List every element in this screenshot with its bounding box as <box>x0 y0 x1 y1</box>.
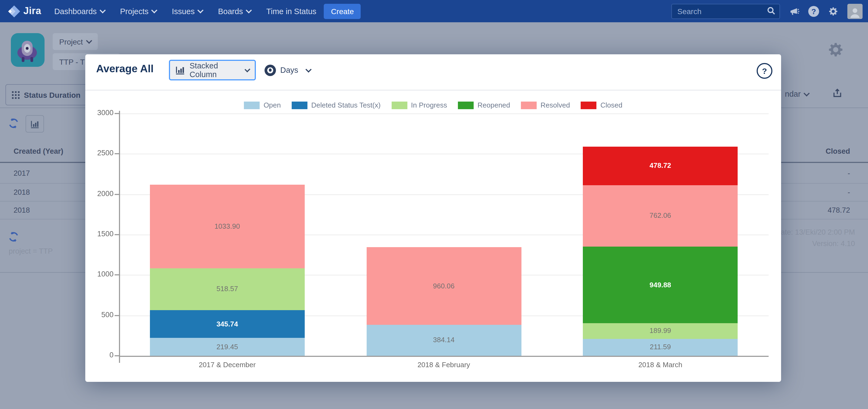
cell-created-year: 2018 <box>13 188 30 196</box>
project-dropdown[interactable]: Project <box>53 33 97 50</box>
bar-value-label: 345.74 <box>150 320 305 328</box>
legend-label: Resolved <box>540 101 570 109</box>
x-axis-label: 2018 & February <box>335 361 552 369</box>
stacked-column-icon <box>176 66 185 74</box>
bar-segment-open[interactable]: 211.59 <box>583 339 738 356</box>
jira-logo-icon <box>8 5 21 18</box>
search-input[interactable] <box>671 3 780 19</box>
chevron-down-icon <box>804 90 810 96</box>
cell-created-year: 2017 <box>13 169 30 177</box>
legend-label: Closed <box>600 101 622 109</box>
nav-item-issues[interactable]: Issues <box>172 7 203 15</box>
bar-value-label: 1033.90 <box>150 222 305 230</box>
y-tick-label: 1000 <box>85 270 114 278</box>
y-tick-mark <box>115 355 119 356</box>
bar-segment-reopened[interactable]: 949.88 <box>583 247 738 323</box>
nav-item-dashboards[interactable]: Dashboards <box>54 7 105 15</box>
y-tick-label: 2500 <box>85 149 114 157</box>
calendar-partial-label: ndar <box>785 90 801 98</box>
cell-closed: - <box>848 169 850 177</box>
chevron-down-icon <box>246 7 252 13</box>
legend-item-reopened[interactable]: Reopened <box>458 101 510 109</box>
y-tick-mark <box>115 153 119 155</box>
bar-value-label: 384.14 <box>366 336 521 344</box>
y-tick-label: 2000 <box>85 189 114 197</box>
x-axis-line <box>119 356 769 357</box>
stacked-column-chart: 050010001500200025003000219.45345.74518.… <box>119 111 769 366</box>
help-icon[interactable]: ? <box>808 6 819 17</box>
gridline <box>120 114 769 114</box>
user-avatar[interactable] <box>847 3 863 19</box>
y-tick-mark <box>115 194 119 195</box>
nav-item-boards[interactable]: Boards <box>218 7 251 15</box>
calendar-dropdown-partial[interactable]: ndar <box>785 90 809 98</box>
project-avatar[interactable] <box>11 33 44 67</box>
project-dropdown-label: Project <box>59 37 83 46</box>
announcements-icon[interactable] <box>789 6 800 17</box>
x-axis-label: 2018 & March <box>552 361 769 369</box>
legend-label: Open <box>264 101 281 109</box>
legend-swatch <box>581 101 597 109</box>
nav-item-time-in-status[interactable]: Time in Status <box>267 7 316 15</box>
bar-segment-in-progress[interactable]: 518.57 <box>150 268 305 310</box>
legend-label: Reopened <box>477 101 510 109</box>
legend-label: Deleted Status Test(x) <box>311 101 380 109</box>
table-header-created-year: Created (Year) <box>13 147 63 155</box>
chart-legend: OpenDeleted Status Test(x)In ProgressReo… <box>85 101 781 109</box>
export-icon[interactable] <box>832 88 843 101</box>
cell-created-year: 2018 <box>13 206 30 214</box>
chevron-down-icon <box>244 66 250 72</box>
navbar-right-cluster: ? <box>671 0 863 22</box>
x-axis-label: 2017 & December <box>119 361 335 369</box>
page-settings-gear-icon[interactable] <box>827 41 845 61</box>
bar-segment-open[interactable]: 219.45 <box>150 338 305 356</box>
chevron-down-icon <box>197 7 204 13</box>
y-tick-label: 500 <box>85 310 114 319</box>
legend-item-resolved[interactable]: Resolved <box>521 101 570 109</box>
bar-segment-in-progress[interactable]: 189.99 <box>583 323 738 339</box>
refresh-icon[interactable] <box>8 231 20 245</box>
legend-swatch <box>244 101 260 109</box>
unit-select[interactable]: Days <box>265 60 311 81</box>
legend-item-open[interactable]: Open <box>244 101 281 109</box>
legend-item-deleted-status-test-x[interactable]: Deleted Status Test(x) <box>292 101 380 109</box>
unit-label: Days <box>280 66 298 74</box>
bar-value-label: 960.06 <box>366 282 521 290</box>
bar-value-label: 762.06 <box>583 212 738 220</box>
modal-header-divider <box>85 90 781 91</box>
bar-segment-closed[interactable]: 478.72 <box>583 146 738 185</box>
y-tick-label: 0 <box>85 351 114 359</box>
bar-value-label: 478.72 <box>583 161 738 169</box>
bar-value-label: 949.88 <box>583 281 738 289</box>
bar-segment-resolved[interactable]: 1033.90 <box>150 185 305 268</box>
legend-item-closed[interactable]: Closed <box>581 101 622 109</box>
legend-item-in-progress[interactable]: In Progress <box>391 101 447 109</box>
settings-gear-icon[interactable] <box>828 6 839 17</box>
create-button[interactable]: Create <box>324 3 361 19</box>
cell-closed: 478.72 <box>828 206 850 214</box>
bar-segment-open[interactable]: 384.14 <box>366 325 521 356</box>
bar-segment-resolved[interactable]: 762.06 <box>583 185 738 247</box>
chart-type-label: Stacked Column <box>190 61 240 79</box>
chart-view-button[interactable] <box>26 115 44 132</box>
search-icon[interactable] <box>767 6 776 17</box>
cell-closed: - <box>848 188 850 196</box>
bar-segment-deleted-status-test-x[interactable]: 345.74 <box>150 310 305 338</box>
modal-help-icon[interactable]: ? <box>757 63 772 79</box>
bar-value-label: 219.45 <box>150 343 305 351</box>
bar-value-label: 189.99 <box>583 327 738 335</box>
y-tick-mark <box>115 234 119 235</box>
bar-segment-resolved[interactable]: 960.06 <box>366 247 521 324</box>
chart-modal: Average All Stacked Column Days ? OpenDe… <box>85 54 781 382</box>
jira-brand[interactable]: Jira <box>8 5 41 18</box>
legend-swatch <box>521 101 537 109</box>
nav-item-projects[interactable]: Projects <box>120 7 157 15</box>
brand-name: Jira <box>23 5 41 17</box>
chevron-down-icon <box>100 7 106 13</box>
chart-type-select[interactable]: Stacked Column <box>169 60 256 81</box>
refresh-icon[interactable] <box>8 117 20 131</box>
legend-label: In Progress <box>411 101 447 109</box>
version-text: Version: 4.10 <box>812 240 855 248</box>
report-date-text: rt Date: 13/Eki/20 2:00 PM <box>769 228 855 236</box>
screen: Jira DashboardsProjectsIssuesBoardsTime … <box>0 0 868 409</box>
